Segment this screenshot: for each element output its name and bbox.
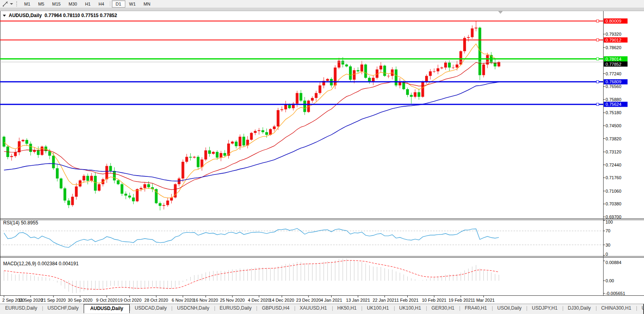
svg-text:9 Oct 2020: 9 Oct 2020 [96, 298, 117, 303]
tab-USOil-Daily[interactable]: USOil,Daily [492, 304, 527, 312]
svg-text:1 Mar 2021: 1 Mar 2021 [473, 298, 495, 303]
price-axis: 0.800090.790120.780140.778520.768090.756… [604, 19, 628, 220]
svg-text:0.71760: 0.71760 [606, 175, 621, 180]
chart-tab-bar: EURUSD,DailyUSDCHF,DailyAUDUSD,DailyUSDC… [0, 304, 644, 314]
tab-XAUUSD-H1[interactable]: XAUUSD,H1 [295, 304, 332, 312]
svg-text:0.74500: 0.74500 [606, 123, 621, 128]
moving-averages-layer [4, 44, 499, 198]
svg-text:0.80009: 0.80009 [606, 19, 621, 23]
timeframe-button-D1[interactable]: D1 [112, 0, 125, 8]
hline-handle[interactable] [596, 20, 599, 22]
svg-text:22 Jan 2021: 22 Jan 2021 [373, 298, 397, 303]
timeframe-button-H1[interactable]: H1 [81, 0, 94, 8]
horizontal-lines-layer[interactable] [0, 20, 604, 105]
svg-text:0.69700: 0.69700 [606, 214, 621, 219]
tab-DJ30-Daily[interactable]: DJ30,Daily [563, 304, 596, 312]
svg-text:0.00884: 0.00884 [606, 260, 621, 265]
svg-text:25 Nov 2020: 25 Nov 2020 [220, 298, 245, 303]
tab-UK100-H1[interactable]: UK100,H1 [394, 304, 426, 312]
svg-text:11 Sep 2020: 11 Sep 2020 [18, 298, 43, 303]
timeframe-button-M5[interactable]: M5 [34, 0, 48, 8]
timeframe-button-M1[interactable]: M1 [20, 0, 34, 8]
svg-text:19 Oct 2020: 19 Oct 2020 [118, 298, 142, 303]
tab-USDCAD-Daily[interactable]: USDCAD,Daily [130, 304, 172, 312]
tab-GER30-H1[interactable]: GER30,H1 [426, 304, 460, 312]
svg-text:0.79012: 0.79012 [606, 38, 621, 42]
tab-HK50-H1[interactable]: HK50,H1 [332, 304, 362, 312]
tab-GBPUSD-H4[interactable]: GBPUSD,H4 [257, 304, 294, 312]
ma-slow-line [4, 82, 499, 181]
tab-USOil-[interactable]: USOil, [636, 304, 644, 312]
svg-text:0.79320: 0.79320 [606, 32, 621, 36]
timeframe-button-H4[interactable]: H4 [94, 0, 108, 8]
svg-text:4 Jan 2021: 4 Jan 2021 [320, 298, 342, 303]
svg-text:30: 30 [606, 243, 610, 247]
svg-text:0.00: 0.00 [606, 278, 614, 283]
chart-scrollbar[interactable] [0, 8, 644, 11]
tab-USDJPY-H1[interactable]: USDJPY,H1 [527, 304, 562, 312]
svg-text:30 Sep 2020: 30 Sep 2020 [68, 298, 92, 303]
tab-UK100-H1[interactable]: UK100,H1 [362, 304, 394, 312]
svg-text:13 Jan 2021: 13 Jan 2021 [346, 298, 370, 303]
svg-text:4 Dec 2020: 4 Dec 2020 [248, 298, 270, 303]
cursor-tool-icon [2, 1, 8, 7]
svg-text:0.75624: 0.75624 [606, 102, 621, 107]
rsi-line [4, 228, 499, 247]
svg-text:70: 70 [606, 228, 610, 233]
svg-text:23 Dec 2020: 23 Dec 2020 [296, 298, 321, 303]
chart-canvas[interactable]: 0.008840.00-0.005651 10070300 0.800090.7… [0, 0, 644, 314]
tab-FRA40-H1[interactable]: FRA40,H1 [460, 304, 492, 312]
svg-text:6 Nov 2020: 6 Nov 2020 [172, 298, 194, 303]
svg-text:0.75180: 0.75180 [606, 110, 621, 115]
hline-handle[interactable] [596, 103, 599, 105]
svg-text:0.72440: 0.72440 [606, 163, 621, 167]
hline-handle[interactable] [596, 58, 599, 60]
svg-text:0: 0 [606, 252, 608, 257]
svg-text:1 Feb 2021: 1 Feb 2021 [397, 298, 419, 303]
svg-text:0.76809: 0.76809 [606, 79, 621, 84]
svg-text:19 Feb 2021: 19 Feb 2021 [448, 298, 473, 303]
svg-text:-0.005651: -0.005651 [606, 291, 625, 296]
timeframe-button-MN[interactable]: MN [140, 0, 154, 8]
svg-text:0.77240: 0.77240 [606, 71, 621, 76]
date-axis: 2 Sep 202011 Sep 202021 Sep 202030 Sep 2… [2, 296, 495, 303]
svg-text:0.73120: 0.73120 [606, 149, 621, 154]
candlestick-layer [3, 21, 500, 211]
ma-fast-line [4, 44, 499, 198]
svg-text:0.70380: 0.70380 [606, 201, 621, 206]
svg-text:0.73820: 0.73820 [606, 136, 621, 141]
svg-text:0.76560: 0.76560 [606, 84, 621, 89]
chart-shift-marker [498, 11, 502, 13]
macd-pane: 0.008840.00-0.005651 [4, 258, 625, 296]
svg-text:21 Sep 2020: 21 Sep 2020 [41, 298, 66, 303]
tab-USDCNH-Daily[interactable]: USDCNH,Daily [172, 304, 214, 312]
svg-text:100: 100 [606, 220, 613, 224]
tab-AUDUSD-Daily[interactable]: AUDUSD,Daily [84, 304, 129, 313]
timeframe-button-M30[interactable]: M30 [65, 0, 81, 8]
svg-text:0.71060: 0.71060 [606, 189, 621, 193]
svg-text:14 Dec 2020: 14 Dec 2020 [270, 298, 294, 303]
timeframe-toolbar: M1M5M15M30H1H4D1W1MN [0, 0, 644, 8]
tab-EURUSD-Daily[interactable]: EURUSD,Daily [215, 304, 257, 312]
chart-frame [0, 11, 644, 296]
dropdown-caret-icon [10, 3, 13, 5]
svg-text:16 Nov 2020: 16 Nov 2020 [194, 298, 218, 303]
toolbar-grip [16, 1, 18, 6]
svg-text:28 Oct 2020: 28 Oct 2020 [144, 298, 168, 303]
timeframe-button-W1[interactable]: W1 [125, 0, 140, 8]
rsi-pane: 10070300 [0, 220, 613, 257]
hline-handle[interactable] [596, 80, 599, 83]
tab-CHINA300-H1[interactable]: CHINA300,H1 [596, 304, 636, 312]
svg-text:0.75880: 0.75880 [606, 97, 621, 102]
cursor-tool-button[interactable] [0, 0, 15, 8]
tab-EURUSD-Daily[interactable]: EURUSD,Daily [0, 304, 42, 312]
svg-text:10 Feb 2021: 10 Feb 2021 [422, 298, 447, 303]
tab-USDCHF-Daily[interactable]: USDCHF,Daily [42, 304, 84, 312]
svg-text:0.78014: 0.78014 [606, 57, 621, 61]
timeframe-button-M15[interactable]: M15 [48, 0, 65, 8]
hline-handle[interactable] [596, 39, 599, 41]
svg-text:0.78620: 0.78620 [606, 45, 621, 50]
svg-text:0.77852: 0.77852 [606, 62, 621, 67]
toolbar-separator [110, 1, 110, 6]
mt4-window: { "toolbar": { "timeframes": ["M1","M5",… [0, 0, 644, 314]
